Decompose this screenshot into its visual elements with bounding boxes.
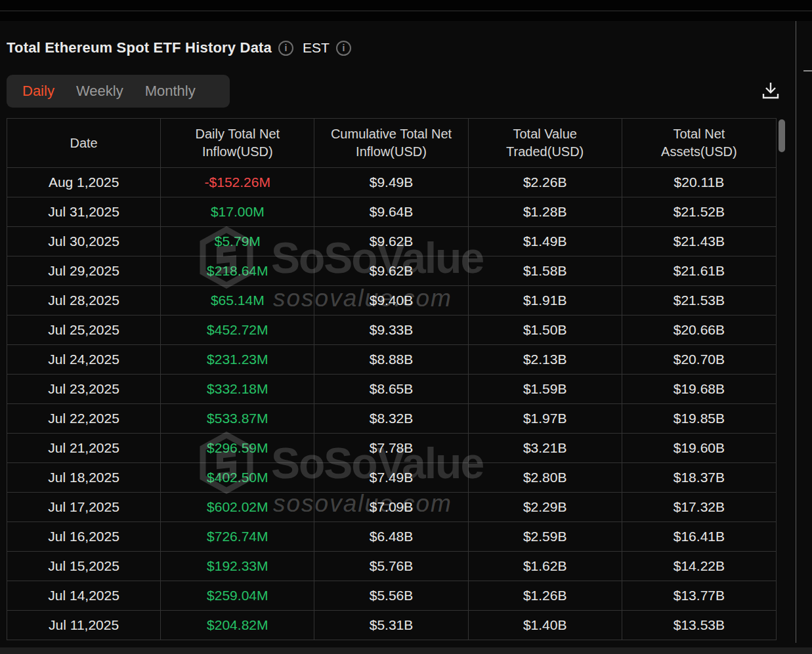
cell-traded: $1.58B <box>469 256 622 285</box>
cell-date: Jul 17,2025 <box>7 493 161 521</box>
cell-cumulative: $8.32B <box>314 404 468 433</box>
cell-assets: $14.22B <box>622 552 776 581</box>
download-icon <box>759 79 782 102</box>
table-row: Jul 28,2025$65.14M$9.40B$1.91B$21.53B <box>7 285 776 315</box>
timezone-info-icon[interactable]: i <box>336 41 351 56</box>
cell-date: Aug 1,2025 <box>7 168 161 197</box>
cell-date: Jul 28,2025 <box>7 286 161 315</box>
cell-assets: $18.37B <box>622 463 776 492</box>
cell-cumulative: $7.09B <box>314 493 468 521</box>
cell-cumulative: $9.33B <box>314 316 468 344</box>
tab-daily[interactable]: Daily <box>14 83 62 100</box>
cell-cumulative: $8.65B <box>314 375 468 403</box>
right-divider <box>796 21 796 643</box>
cell-daily: $602.02M <box>161 493 314 521</box>
info-icon[interactable]: i <box>278 41 293 56</box>
cell-date: Jul 18,2025 <box>7 463 161 492</box>
cell-date: Jul 14,2025 <box>7 581 161 610</box>
cell-traded: $1.49B <box>469 227 622 256</box>
cell-date: Jul 16,2025 <box>7 522 161 551</box>
cell-date: Jul 23,2025 <box>7 375 161 403</box>
table-row: Jul 31,2025$17.00M$9.64B$1.28B$21.52B <box>7 197 776 226</box>
table-row: Jul 23,2025$332.18M$8.65B$1.59B$19.68B <box>7 374 776 403</box>
table-row: Jul 18,2025$402.50M$7.49B$2.80B$18.37B <box>7 462 776 492</box>
cell-assets: $19.85B <box>622 404 776 433</box>
cell-cumulative: $5.31B <box>314 611 468 640</box>
cell-daily: $204.82M <box>161 611 314 640</box>
cell-traded: $1.26B <box>469 581 622 610</box>
cell-cumulative: $6.48B <box>314 522 468 551</box>
cell-traded: $1.50B <box>469 316 622 344</box>
cell-traded: $1.59B <box>469 375 622 403</box>
cell-assets: $21.52B <box>622 197 776 226</box>
cell-daily: -$152.26M <box>161 168 314 197</box>
cell-assets: $20.70B <box>622 345 776 374</box>
cell-traded: $1.62B <box>469 552 622 581</box>
cell-traded: $1.40B <box>469 611 622 640</box>
column-header: Date <box>7 119 161 167</box>
cell-daily: $533.87M <box>161 404 314 433</box>
cell-date: Jul 11,2025 <box>7 611 161 640</box>
table-row: Jul 17,2025$602.02M$7.09B$2.29B$17.32B <box>7 492 776 521</box>
table-row: Jul 11,2025$204.82M$5.31B$1.40B$13.53B <box>7 610 776 640</box>
cell-date: Jul 22,2025 <box>7 404 161 433</box>
cell-date: Jul 25,2025 <box>7 316 161 344</box>
cell-cumulative: $9.64B <box>314 197 468 226</box>
cell-date: Jul 30,2025 <box>7 227 161 256</box>
cell-assets: $20.66B <box>622 316 776 344</box>
cell-date: Jul 24,2025 <box>7 345 161 374</box>
cell-traded: $1.97B <box>469 404 622 433</box>
column-header: Total Value Traded(USD) <box>469 119 622 167</box>
column-header: Daily Total Net Inflow(USD) <box>161 119 314 167</box>
tab-weekly[interactable]: Weekly <box>68 83 131 100</box>
cell-assets: $20.11B <box>622 168 776 197</box>
cell-date: Jul 15,2025 <box>7 552 161 581</box>
cell-daily: $452.72M <box>161 316 314 344</box>
cell-assets: $16.41B <box>622 522 776 551</box>
title-row: Total Ethereum Spot ETF History Data i E… <box>7 38 351 58</box>
cell-daily: $296.59M <box>161 434 314 462</box>
cell-date: Jul 31,2025 <box>7 197 161 226</box>
cell-traded: $2.80B <box>469 463 622 492</box>
cell-daily: $726.74M <box>161 522 314 551</box>
table-row: Jul 16,2025$726.74M$6.48B$2.59B$16.41B <box>7 521 776 551</box>
cell-daily: $332.18M <box>161 375 314 403</box>
cell-assets: $19.60B <box>622 434 776 462</box>
horizontal-scrollbar[interactable] <box>0 647 812 654</box>
cell-daily: $231.23M <box>161 345 314 374</box>
table-row: Jul 22,2025$533.87M$8.32B$1.97B$19.85B <box>7 403 776 433</box>
table-row: Jul 15,2025$192.33M$5.76B$1.62B$14.22B <box>7 551 776 581</box>
cell-cumulative: $9.40B <box>314 286 468 315</box>
cell-daily: $402.50M <box>161 463 314 492</box>
cell-assets: $21.53B <box>622 286 776 315</box>
top-divider-bar <box>0 0 812 11</box>
cell-cumulative: $7.78B <box>314 434 468 462</box>
column-header: Total Net Assets(USD) <box>622 119 776 167</box>
cell-traded: $1.91B <box>469 286 622 315</box>
download-button[interactable] <box>758 77 784 104</box>
cell-cumulative: $7.49B <box>314 463 468 492</box>
cell-cumulative: $5.56B <box>314 581 468 610</box>
table-row: Jul 29,2025$218.64M$9.62B$1.58B$21.61B <box>7 256 776 285</box>
table-row: Jul 24,2025$231.23M$8.88B$2.13B$20.70B <box>7 344 776 374</box>
cell-cumulative: $9.62B <box>314 256 468 285</box>
cell-cumulative: $5.76B <box>314 552 468 581</box>
cell-daily: $5.79M <box>161 227 314 256</box>
cell-daily: $218.64M <box>161 256 314 285</box>
tab-monthly[interactable]: Monthly <box>137 83 203 100</box>
table-row: Jul 21,2025$296.59M$7.78B$3.21B$19.60B <box>7 433 776 462</box>
top-strip <box>0 12 812 21</box>
cell-daily: $259.04M <box>161 581 314 610</box>
tabs: DailyWeeklyMonthly <box>7 75 230 108</box>
cell-assets: $17.32B <box>622 493 776 521</box>
cell-assets: $13.53B <box>622 611 776 640</box>
table-row: Jul 25,2025$452.72M$9.33B$1.50B$20.66B <box>7 315 776 344</box>
cell-traded: $1.28B <box>469 197 622 226</box>
cell-traded: $2.26B <box>469 168 622 197</box>
table-scrollbar-thumb[interactable] <box>779 119 785 152</box>
cell-cumulative: $8.88B <box>314 345 468 374</box>
table-header-row: DateDaily Total Net Inflow(USD)Cumulativ… <box>7 119 776 167</box>
cell-traded: $2.59B <box>469 522 622 551</box>
cell-cumulative: $9.49B <box>314 168 468 197</box>
cell-traded: $2.13B <box>469 345 622 374</box>
